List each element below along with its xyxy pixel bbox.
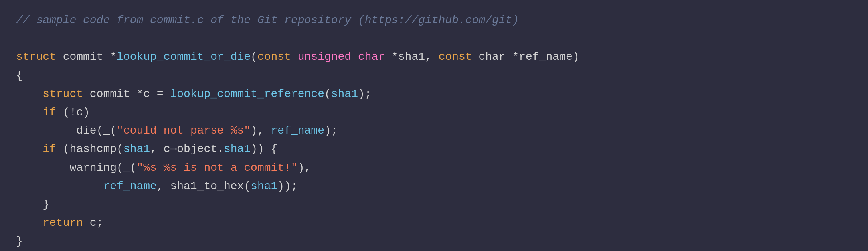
line-warning: warning(_("%s %s is not a commit!"), — [16, 159, 852, 177]
line-die: die(_("could not parse %s"), ref_name); — [16, 122, 852, 140]
line-return: return c; — [16, 214, 852, 232]
line-close-if: } — [16, 196, 852, 214]
line-comment: // sample code from commit.c of the Git … — [16, 11, 852, 30]
line-ref-sha: ref_name, sha1_to_hex(sha1)); — [16, 177, 852, 196]
line-if2: if (hashcmp(sha1, c→object.sha1)) { — [16, 140, 852, 158]
line-if1: if (!c) — [16, 103, 852, 122]
code-block: // sample code from commit.c of the Git … — [16, 11, 852, 251]
line-close-func: } — [16, 232, 852, 251]
line-open-brace: { — [16, 67, 852, 85]
code-container: // sample code from commit.c of the Git … — [0, 0, 868, 251]
line-func-sig: struct commit *lookup_commit_or_die(cons… — [16, 48, 852, 66]
line-struct-decl: struct commit *c = lookup_commit_referen… — [16, 85, 852, 103]
line-blank1 — [16, 30, 852, 48]
